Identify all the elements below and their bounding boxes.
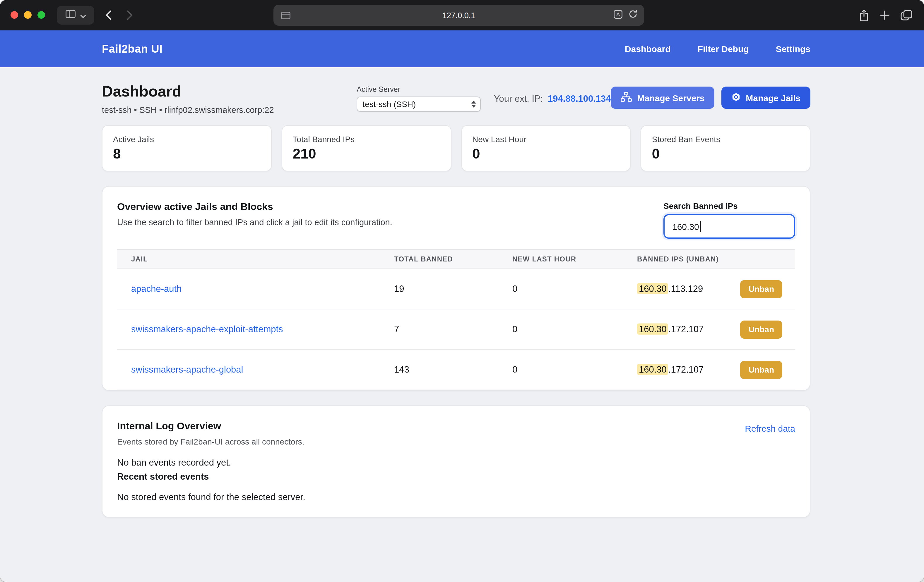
external-ip-label: Your ext. IP: (494, 94, 543, 104)
share-icon[interactable] (859, 9, 869, 21)
active-server-value: test-ssh (SSH) (363, 99, 416, 109)
main-content: Dashboard test-ssh • SSH • rlinfp02.swis… (0, 67, 924, 518)
log-title: Internal Log Overview (117, 421, 305, 432)
unban-button[interactable]: Unban (741, 280, 782, 298)
stat-value: 0 (652, 146, 800, 162)
total-banned-value: 7 (394, 324, 512, 335)
ip-search-highlight: 160.30 (637, 364, 668, 375)
top-navigation: Dashboard Filter Debug Settings (625, 44, 810, 54)
stat-card-new-last-hour: New Last Hour 0 (461, 125, 631, 171)
stat-cards: Active Jails 8 Total Banned IPs 210 New … (102, 125, 810, 171)
column-new-last-hour: NEW LAST HOUR (512, 255, 637, 263)
nav-filter-debug[interactable]: Filter Debug (698, 44, 749, 54)
gear-icon: ⚙ (732, 92, 741, 102)
url-text: 127.0.0.1 (274, 11, 644, 20)
search-banned-label: Search Banned IPs (663, 201, 795, 210)
column-jail: JAIL (117, 255, 394, 263)
new-last-hour-value: 0 (512, 364, 637, 375)
translate-icon[interactable]: A (614, 10, 622, 21)
header-actions: Manage Servers ⚙ Manage Jails (611, 87, 810, 109)
column-total-banned: TOTAL BANNED (394, 255, 512, 263)
nav-settings[interactable]: Settings (776, 44, 810, 54)
browser-toolbar: 127.0.0.1 A (0, 0, 924, 30)
active-server-select[interactable]: test-ssh (SSH) (356, 97, 481, 112)
traffic-lights (10, 11, 45, 19)
search-input-value: 160.30 (672, 221, 699, 231)
total-banned-value: 19 (394, 284, 512, 294)
refresh-data-link[interactable]: Refresh data (745, 424, 795, 433)
stat-value: 8 (113, 146, 261, 162)
external-ip: Your ext. IP: 194.88.100.134 (494, 94, 611, 104)
page-settings-icon[interactable] (281, 11, 290, 21)
manage-jails-label: Manage Jails (746, 93, 800, 103)
manage-jails-button[interactable]: ⚙ Manage Jails (722, 87, 810, 109)
stat-card-active-jails: Active Jails 8 (102, 125, 272, 171)
stat-label: New Last Hour (472, 135, 620, 144)
log-subtitle: Events stored by Fail2ban-UI across all … (117, 437, 305, 446)
banned-ip: 160.30.172.107 (637, 364, 704, 375)
total-banned-value: 143 (394, 364, 512, 375)
app-header: Fail2ban UI Dashboard Filter Debug Setti… (0, 30, 924, 67)
ip-search-highlight: 160.30 (637, 324, 668, 335)
jails-table: JAIL TOTAL BANNED NEW LAST HOUR BANNED I… (117, 249, 795, 390)
external-ip-value[interactable]: 194.88.100.134 (548, 94, 611, 104)
svg-text:A: A (616, 11, 620, 17)
manage-servers-button[interactable]: Manage Servers (611, 87, 714, 109)
jail-link[interactable]: apache-auth (131, 284, 182, 294)
page-header-row: Dashboard test-ssh • SSH • rlinfp02.swis… (102, 82, 810, 115)
stat-label: Stored Ban Events (652, 135, 800, 144)
sidebar-toggle-button[interactable] (57, 6, 94, 25)
reload-icon[interactable] (628, 9, 638, 21)
address-bar[interactable]: 127.0.0.1 A (274, 5, 644, 26)
page-title: Dashboard (102, 82, 356, 100)
tab-overview-icon[interactable] (901, 10, 912, 20)
minimize-window-button[interactable] (24, 11, 31, 19)
log-empty-message: No ban events recorded yet. (117, 457, 795, 468)
manage-servers-label: Manage Servers (637, 93, 705, 103)
overview-title: Overview active Jails and Blocks (117, 201, 392, 213)
ip-search-highlight: 160.30 (637, 283, 668, 294)
table-row: apache-auth 19 0 160.30.113.129 Unban (117, 269, 795, 309)
stat-value: 0 (472, 146, 620, 162)
internal-log-card: Internal Log Overview Events stored by F… (102, 405, 810, 518)
select-arrows-icon (472, 100, 476, 108)
stat-label: Active Jails (113, 135, 261, 144)
toolbar-right-actions (859, 0, 912, 30)
address-bar-actions: A (614, 5, 638, 26)
stat-card-total-banned: Total Banned IPs 210 (282, 125, 452, 171)
sidebar-icon (65, 10, 75, 20)
jail-link[interactable]: swissmakers-apache-exploit-attempts (131, 324, 283, 334)
table-row: swissmakers-apache-global 143 0 160.30.1… (117, 350, 795, 390)
back-button[interactable] (106, 10, 112, 23)
forward-button[interactable] (127, 10, 133, 23)
banned-ip: 160.30.172.107 (637, 324, 704, 335)
table-row: swissmakers-apache-exploit-attempts 7 0 … (117, 309, 795, 350)
page-subtitle: test-ssh • SSH • rlinfp02.swissmakers.co… (102, 105, 356, 115)
jails-table-header: JAIL TOTAL BANNED NEW LAST HOUR BANNED I… (117, 249, 795, 269)
column-banned-ips: BANNED IPS (UNBAN) (637, 255, 796, 263)
banned-ip: 160.30.113.129 (637, 284, 703, 294)
stat-label: Total Banned IPs (293, 135, 441, 144)
jails-overview-card: Overview active Jails and Blocks Use the… (102, 186, 810, 391)
jail-link[interactable]: swissmakers-apache-global (131, 364, 243, 374)
new-last-hour-value: 0 (512, 284, 637, 294)
unban-button[interactable]: Unban (741, 320, 782, 339)
unban-button[interactable]: Unban (741, 361, 782, 379)
active-server-label: Active Server (356, 85, 481, 94)
nav-dashboard[interactable]: Dashboard (625, 44, 671, 54)
overview-subtitle: Use the search to filter banned IPs and … (117, 218, 392, 227)
app-brand: Fail2ban UI (102, 43, 162, 55)
recent-events-title: Recent stored events (117, 472, 795, 482)
browser-window: 127.0.0.1 A (0, 0, 924, 582)
stat-value: 210 (293, 146, 441, 162)
text-caret (700, 221, 701, 232)
stat-card-stored-events: Stored Ban Events 0 (641, 125, 811, 171)
close-window-button[interactable] (10, 11, 18, 19)
search-banned-input[interactable]: 160.30 (663, 214, 795, 238)
zoom-window-button[interactable] (38, 11, 45, 19)
chevron-down-icon (80, 10, 86, 20)
stored-events-empty-message: No stored events found for the selected … (117, 492, 795, 503)
new-last-hour-value: 0 (512, 324, 637, 335)
sitemap-icon (621, 92, 632, 104)
new-tab-icon[interactable] (879, 10, 890, 20)
